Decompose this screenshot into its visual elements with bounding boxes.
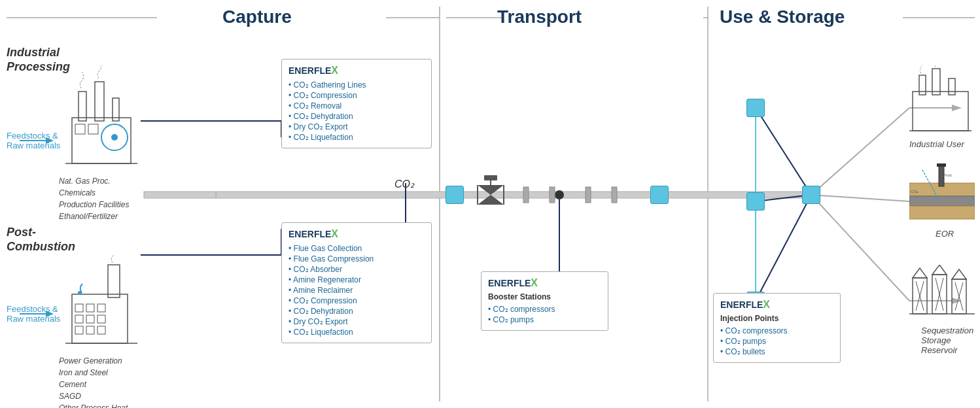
list-item: CO₂ pumps <box>488 314 601 325</box>
svg-rect-60 <box>108 265 120 298</box>
eor-icon: CO₂ Prod. <box>909 163 975 222</box>
enerflex-logo-4: ENERFLEX <box>720 299 833 311</box>
list-item: CO₂ Removal <box>289 101 425 111</box>
svg-line-23 <box>811 108 909 195</box>
list-item: Flue Gas Collection <box>289 243 425 254</box>
svg-rect-21 <box>586 187 591 203</box>
svg-rect-69 <box>97 326 105 334</box>
list-item: CO₂ Gathering Lines <box>289 80 425 90</box>
sequestration-label: SequestrationStorageReservoir <box>921 326 973 355</box>
svg-marker-90 <box>952 269 966 279</box>
list-item: Dry CO₂ Export <box>289 122 425 132</box>
svg-marker-13 <box>478 185 504 195</box>
svg-point-70 <box>78 291 82 295</box>
list-item: Dry CO₂ Export <box>289 316 425 327</box>
diagram: Capture Transport Use & Storage Industri… <box>0 0 980 408</box>
capture-header: Capture <box>222 7 292 27</box>
svg-point-55 <box>111 134 118 141</box>
enerflex-box-2: ENERFLEX Flue Gas Collection Flue Gas Co… <box>281 222 432 343</box>
svg-rect-67 <box>75 326 83 334</box>
list-item: Amine Reclaimer <box>289 285 425 296</box>
svg-rect-78 <box>909 196 975 206</box>
svg-rect-20 <box>550 187 555 203</box>
svg-rect-7 <box>216 192 661 198</box>
industrial-factory-icon <box>59 65 144 170</box>
eor-label: EOR <box>936 229 954 239</box>
svg-text:CO₂: CO₂ <box>911 190 919 194</box>
svg-rect-74 <box>932 69 940 95</box>
list-item: CO₂ Liquefaction <box>289 132 425 143</box>
list-item: CO₂ Absorber <box>289 264 425 275</box>
svg-rect-18 <box>484 175 497 180</box>
post-combustion-label: Post-Combustion <box>7 226 75 254</box>
svg-text:Prod.: Prod. <box>943 173 953 177</box>
svg-rect-19 <box>523 187 529 203</box>
industrial-facility-label: Nat. Gas Proc.ChemicalsProduction Facili… <box>59 175 129 222</box>
feedstock-label-1: Feedstocks &Raw materials <box>7 131 60 150</box>
blue-node-1 <box>446 186 464 204</box>
feedstock-label-2: Feedstocks &Raw materials <box>7 304 60 324</box>
svg-rect-59 <box>72 294 128 343</box>
enerflex-list-4: CO₂ compressors CO₂ pumps CO₂ bullets <box>720 326 833 357</box>
svg-marker-14 <box>478 195 504 205</box>
industrial-user-icon <box>909 65 975 137</box>
transport-header: Transport <box>497 7 582 27</box>
postcombustion-facility-label: Power GenerationIron and SteelCementSAGD… <box>59 355 128 408</box>
list-item: CO₂ Dehydration <box>289 306 425 316</box>
svg-rect-22 <box>612 187 617 203</box>
svg-rect-68 <box>86 326 94 334</box>
list-item: CO₂ Dehydration <box>289 111 425 122</box>
svg-line-29 <box>811 195 909 301</box>
enerflex-box-3: ENERFLEX Booster Stations CO₂ compressor… <box>481 271 608 331</box>
injection-title: Injection Points <box>720 314 833 323</box>
svg-rect-81 <box>937 163 946 167</box>
sequestration-icon <box>909 265 980 324</box>
svg-rect-57 <box>88 124 98 134</box>
list-item: CO₂ Compression <box>289 296 425 306</box>
blue-node-top <box>746 99 765 117</box>
blue-node-2 <box>650 186 669 204</box>
list-item: CO₂ bullets <box>720 347 833 357</box>
svg-rect-66 <box>97 315 105 323</box>
list-item: Amine Regenerator <box>289 275 425 285</box>
svg-marker-86 <box>913 268 927 278</box>
svg-point-10 <box>555 190 564 199</box>
svg-rect-75 <box>949 78 955 95</box>
svg-rect-64 <box>75 315 83 323</box>
svg-rect-56 <box>75 124 85 134</box>
list-item: CO₂ compressors <box>720 326 833 336</box>
enerflex-list-2: Flue Gas Collection Flue Gas Compression… <box>289 243 425 337</box>
industrial-user-label: Industrial User <box>909 139 964 149</box>
blue-node-mid <box>746 192 765 211</box>
enerflex-list-1: CO₂ Gathering Lines CO₂ Compression CO₂ … <box>289 80 425 143</box>
svg-rect-65 <box>86 315 94 323</box>
svg-rect-62 <box>86 304 94 312</box>
list-item: CO₂ Compression <box>289 90 425 101</box>
list-item: Flue Gas Compression <box>289 254 425 264</box>
svg-rect-61 <box>75 304 83 312</box>
list-item: CO₂ compressors <box>488 304 601 314</box>
enerflex-logo-2: ENERFLEX <box>289 228 425 240</box>
svg-line-44 <box>756 195 811 301</box>
svg-rect-63 <box>97 304 105 312</box>
enerflex-list-3: CO₂ compressors CO₂ pumps <box>488 304 601 325</box>
enerflex-logo-3: ENERFLEX <box>488 277 601 289</box>
svg-rect-51 <box>79 92 86 121</box>
svg-rect-52 <box>95 82 104 121</box>
post-combustion-factory-icon <box>59 255 144 353</box>
enerflex-logo-1: ENERFLEX <box>289 65 425 76</box>
booster-title: Booster Stations <box>488 292 601 301</box>
svg-rect-45 <box>144 192 216 198</box>
co2-pipeline-label: CO₂ <box>394 178 414 190</box>
list-item: CO₂ Liquefaction <box>289 327 425 337</box>
list-item: CO₂ pumps <box>720 336 833 347</box>
enerflex-box-4: ENERFLEX Injection Points CO₂ compressor… <box>713 293 841 363</box>
enerflex-box-1: ENERFLEX CO₂ Gathering Lines CO₂ Compres… <box>281 59 432 148</box>
blue-node-3 <box>802 186 820 204</box>
svg-line-26 <box>811 195 909 201</box>
svg-marker-88 <box>932 265 947 275</box>
svg-rect-72 <box>913 92 968 131</box>
svg-line-42 <box>756 108 811 195</box>
svg-rect-8 <box>661 192 811 198</box>
use-storage-header: Use & Storage <box>720 7 845 27</box>
